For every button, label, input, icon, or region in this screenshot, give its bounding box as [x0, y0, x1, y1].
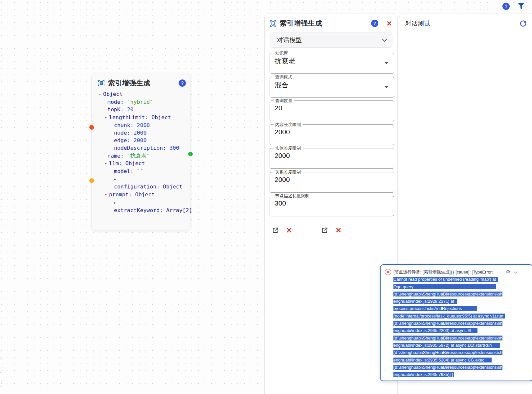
expand-arrow-icon[interactable]: ▾ — [105, 114, 109, 121]
error-first-line: [节点运行异常: [索引增强生成]] { [cause]: [TypeError… — [393, 269, 504, 276]
error-circle-x-icon: ✕ — [385, 269, 391, 275]
tree-row[interactable]: node: 2000 — [92, 129, 190, 137]
open-external-icon[interactable] — [272, 227, 279, 234]
toolbar-button[interactable]: – — [0, 372, 2, 382]
tree-row[interactable]: topK: 20 — [92, 106, 190, 113]
tree-row[interactable]: name: ″抗衰老″ — [92, 152, 190, 160]
chevron-down-icon — [382, 37, 387, 41]
tree-row[interactable]: ▾lengthLimit: Object — [92, 114, 190, 121]
expand-arrow-icon[interactable]: ► — [114, 199, 118, 207]
error-toast[interactable]: ✕ [节点运行异常: [索引增强生成]] { [cause]: [TypeErr… — [380, 264, 532, 381]
error-line: enghuabi\index.js:2935:2200) at async #l — [393, 327, 504, 334]
remove-button[interactable]: ✕ — [335, 227, 341, 234]
config-fields: 知识库 抗衰老 查询模式 混合 查询数量 20 内容长度限制 2000 实体长度… — [265, 51, 397, 216]
tree-key: lengthLimit — [109, 114, 145, 120]
caret-down-icon — [385, 62, 388, 64]
tree-key: llm — [109, 160, 119, 166]
chevron-down-icon[interactable] — [514, 270, 518, 273]
form-field[interactable]: 查询模式 混合 — [270, 77, 394, 98]
node-json-tree: ▾Object: mode: ″hybrid″ topK: 20 ▾length… — [92, 89, 190, 214]
tree-key: nodeDescription — [114, 145, 163, 151]
field-value: 300 — [275, 199, 286, 207]
chat-model-section-toggle[interactable]: 对话模型 — [270, 33, 392, 48]
field-label: 查询数量 — [274, 98, 294, 104]
error-line: (d:\shenghuabi\ShengHuaBi\resources\app\… — [393, 291, 504, 298]
input-handle-amber[interactable] — [89, 178, 94, 183]
tree-value: Object — [151, 114, 171, 120]
chat-model-label: 对话模型 — [277, 36, 383, 44]
input-handle-red[interactable] — [89, 125, 94, 130]
form-field[interactable]: 实体长度限制 2000 — [270, 148, 394, 169]
expand-arrow-icon[interactable]: ▾ — [105, 160, 109, 167]
form-field[interactable]: 查询数量 20 — [270, 100, 394, 121]
tree-row[interactable]: chunk: 2000 — [92, 121, 190, 129]
tree-row[interactable]: model: ″″ — [92, 167, 190, 175]
field-value: 混合 — [275, 80, 288, 90]
workflow-node-index-augmented-generation[interactable]: 索引增强生成 ? ▾Object: mode: ″hybrid″ topK: 2… — [91, 73, 191, 231]
tree-key: model — [114, 168, 130, 174]
error-line: enghuabi\index.js:2935:7685)] } — [393, 371, 504, 378]
output-handle-green[interactable] — [188, 152, 193, 156]
error-line: (d:\shenghuabi\ShengHuaBi\resources\app\… — [393, 320, 504, 327]
tree-key: chunk — [114, 122, 130, 128]
tree-key: node — [114, 130, 127, 136]
tree-row[interactable]: ▾llm: Object — [92, 160, 190, 167]
error-line: enghuabi\index.js:2935:5284) at async CG… — [393, 357, 504, 364]
error-line: process.processTicksAndRejections — [393, 305, 504, 312]
node-help-button[interactable]: ? — [179, 79, 186, 87]
error-line: (d:\shenghuabi\ShengHuaBi\resources\app\… — [393, 364, 504, 371]
node-icon — [98, 79, 105, 87]
field-label: 内容长度限制 — [274, 122, 302, 128]
refresh-icon[interactable] — [520, 20, 527, 27]
node-icon — [269, 20, 277, 27]
field-label: 查询模式 — [274, 74, 294, 80]
form-field[interactable]: 内容长度限制 2000 — [270, 124, 394, 145]
tree-key: name — [107, 153, 121, 159]
global-help-button[interactable]: ? — [502, 3, 510, 10]
expand-arrow-icon[interactable]: ▾ — [99, 91, 103, 98]
close-panel-button[interactable]: ✕ — [386, 20, 392, 27]
gear-icon[interactable]: ⚙ — [506, 269, 510, 274]
tree-key: prompt — [109, 191, 129, 198]
tree-key: extractKeyword — [114, 207, 160, 213]
panel-help-button[interactable]: ? — [371, 20, 378, 27]
field-value: 2000 — [275, 152, 290, 160]
toolbar-button[interactable]: – — [0, 359, 2, 368]
toolbar-button[interactable]: ▣ — [0, 386, 2, 394]
field-value: 2000 — [275, 128, 290, 136]
field-label: 知识库 — [274, 50, 290, 56]
tree-row[interactable]: ▾prompt: Object — [92, 191, 190, 199]
field-actions: ✕ ✕ — [265, 220, 397, 234]
remove-button[interactable]: ✕ — [286, 227, 292, 234]
expand-arrow-icon[interactable]: ▾ — [105, 191, 109, 199]
tree-value: Array[2] — [166, 207, 192, 213]
tree-row[interactable]: ►: — [92, 199, 190, 207]
chat-test-title: 对话测试 — [405, 19, 520, 28]
open-external-icon[interactable] — [321, 227, 328, 234]
tree-key: edge — [114, 137, 127, 143]
tree-row[interactable]: nodeDescription: 300 — [92, 144, 190, 152]
filter-funnel-icon[interactable] — [518, 2, 525, 10]
tree-key: topK — [107, 106, 121, 113]
node-config-panel: 索引增强生成 ? ✕ 对话模型 知识库 抗衰老 查询模式 混合 查询数量 20 … — [264, 13, 398, 394]
topbar-icons: ? — [502, 2, 525, 10]
panel-title: 索引增强生成 — [280, 19, 322, 28]
error-line: enghuabi\index.js:2935:5972) at async D1… — [393, 342, 504, 349]
tree-row[interactable]: ►: — [92, 175, 190, 183]
tree-row[interactable]: configuration: Object — [92, 183, 190, 190]
form-field[interactable]: 知识库 抗衰老 — [270, 53, 394, 74]
field-value: 2000 — [275, 176, 290, 184]
expand-arrow-icon[interactable]: ► — [114, 175, 118, 183]
tree-row[interactable]: extractKeyword: Array[2] — [92, 207, 190, 214]
error-line: (node:internal/process/task_queues:95:5)… — [393, 313, 504, 320]
error-line: (d:\shenghuabi\ShengHuaBi\resources\app\… — [393, 335, 504, 342]
tree-row[interactable]: ▾Object: — [92, 90, 190, 98]
tree-row[interactable]: edge: 2000 — [92, 137, 190, 144]
error-line: (d:\shenghuabi\ShengHuaBi\resources\app\… — [393, 349, 504, 356]
field-label: 关系长度限制 — [274, 169, 302, 175]
form-field[interactable]: 关系长度限制 2000 — [270, 172, 394, 193]
form-field[interactable]: 节点描述长度限制 300 — [270, 196, 394, 216]
tree-value: ″″ — [137, 168, 144, 174]
field-label: 实体长度限制 — [274, 145, 302, 151]
tree-row[interactable]: mode: ″hybrid″ — [92, 98, 190, 106]
